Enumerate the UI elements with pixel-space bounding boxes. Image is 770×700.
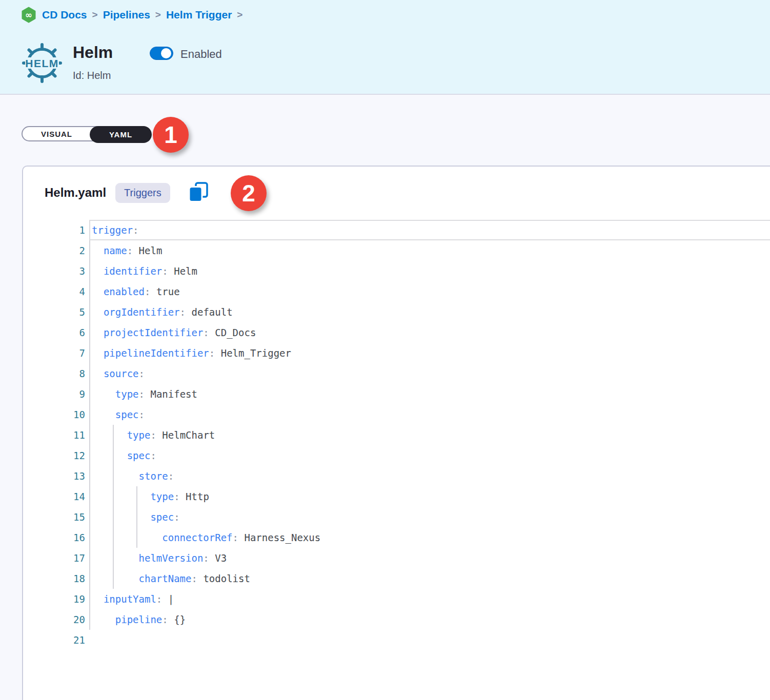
page-title: Helm: [73, 43, 113, 62]
helm-wheel-logo-icon: HELM: [22, 41, 63, 87]
line-number: 19: [23, 589, 89, 609]
code-text: type: Manifest: [89, 384, 770, 404]
triggers-tag[interactable]: Triggers: [115, 183, 170, 203]
tab-yaml[interactable]: YAML: [90, 126, 152, 143]
code-line[interactable]: 1trigger:: [23, 220, 770, 240]
code-text: type: HelmChart: [89, 425, 770, 445]
code-text: identifier: Helm: [89, 261, 770, 281]
copy-icon[interactable]: [189, 182, 209, 203]
code-text: store:: [89, 466, 770, 486]
code-line[interactable]: 13 store:: [23, 466, 770, 486]
line-number: 1: [23, 220, 89, 240]
code-line[interactable]: 17 helmVersion: V3: [23, 548, 770, 568]
code-text: [89, 630, 770, 650]
breadcrumb-item-pipeline[interactable]: Helm Trigger: [166, 9, 232, 21]
code-text: spec:: [89, 404, 770, 425]
code-line[interactable]: 7 pipelineIdentifier: Helm_Trigger: [23, 343, 770, 363]
breadcrumb-separator: >: [92, 9, 98, 20]
line-number: 9: [23, 384, 89, 404]
code-text: pipelineIdentifier: Helm_Trigger: [89, 343, 770, 363]
yaml-editor[interactable]: 1trigger:2 name: Helm3 identifier: Helm4…: [23, 220, 770, 700]
code-text: enabled: true: [89, 281, 770, 302]
code-text: trigger:: [89, 220, 770, 240]
line-number: 17: [23, 548, 89, 568]
code-text: chartName: todolist: [89, 568, 770, 589]
code-text: spec:: [89, 507, 770, 527]
code-line[interactable]: 4 enabled: true: [23, 281, 770, 302]
breadcrumb: ∞ CD Docs > Pipelines > Helm Trigger >: [21, 6, 242, 24]
yaml-file-name: Helm.yaml: [45, 186, 106, 200]
toggle-knob: [161, 48, 171, 58]
breadcrumb-item-pipelines[interactable]: Pipelines: [103, 9, 150, 21]
code-line[interactable]: 6 projectIdentifier: CD_Docs: [23, 322, 770, 343]
code-line[interactable]: 5 orgIdentifier: default: [23, 302, 770, 322]
cd-module-infinity-icon: ∞: [21, 7, 37, 23]
code-line[interactable]: 10 spec:: [23, 404, 770, 425]
code-text: inputYaml: |: [89, 589, 770, 609]
code-line[interactable]: 8 source:: [23, 363, 770, 384]
yaml-lines: 1trigger:2 name: Helm3 identifier: Helm4…: [23, 220, 770, 650]
code-text: helmVersion: V3: [89, 548, 770, 568]
code-line[interactable]: 2 name: Helm: [23, 240, 770, 261]
code-line[interactable]: 14 type: Http: [23, 486, 770, 507]
line-number: 13: [23, 466, 89, 486]
line-number: 7: [23, 343, 89, 363]
tab-visual[interactable]: VISUAL: [23, 127, 91, 141]
trigger-id-text: Id: Helm: [73, 70, 111, 81]
line-number: 21: [23, 630, 89, 650]
svg-text:HELM: HELM: [25, 57, 59, 69]
code-text: spec:: [89, 445, 770, 466]
code-line[interactable]: 11 type: HelmChart: [23, 425, 770, 445]
line-number: 8: [23, 363, 89, 384]
code-line[interactable]: 20 pipeline: {}: [23, 609, 770, 630]
code-text: name: Helm: [89, 240, 770, 261]
code-line[interactable]: 16 connectorRef: Harness_Nexus: [23, 527, 770, 548]
line-number: 18: [23, 568, 89, 589]
breadcrumb-separator: >: [155, 9, 161, 20]
code-text: connectorRef: Harness_Nexus: [89, 527, 770, 548]
code-text: orgIdentifier: default: [89, 302, 770, 322]
yaml-panel: Helm.yaml Triggers 1trigger:2 name: Helm…: [22, 166, 770, 700]
code-line[interactable]: 21: [23, 630, 770, 650]
line-number: 15: [23, 507, 89, 527]
line-number: 14: [23, 486, 89, 507]
line-number: 16: [23, 527, 89, 548]
line-number: 5: [23, 302, 89, 322]
line-number: 6: [23, 322, 89, 343]
code-line[interactable]: 12 spec:: [23, 445, 770, 466]
code-line[interactable]: 15 spec:: [23, 507, 770, 527]
code-line[interactable]: 18 chartName: todolist: [23, 568, 770, 589]
enabled-toggle-label: Enabled: [180, 48, 222, 61]
yaml-panel-header: Helm.yaml Triggers: [45, 181, 209, 204]
code-text: source:: [89, 363, 770, 384]
breadcrumb-item-project[interactable]: CD Docs: [42, 9, 87, 21]
line-number: 3: [23, 261, 89, 281]
line-number: 4: [23, 281, 89, 302]
page-header: ∞ CD Docs > Pipelines > Helm Trigger > H…: [0, 0, 770, 95]
line-number: 10: [23, 404, 89, 425]
line-number: 20: [23, 609, 89, 630]
code-text: type: Http: [89, 486, 770, 507]
code-line[interactable]: 9 type: Manifest: [23, 384, 770, 404]
code-line[interactable]: 19 inputYaml: |: [23, 589, 770, 609]
code-text: projectIdentifier: CD_Docs: [89, 322, 770, 343]
code-text: pipeline: {}: [89, 609, 770, 630]
annotation-step-1-badge: 1: [153, 117, 189, 153]
visual-yaml-switch: VISUAL YAML: [22, 126, 150, 141]
line-number: 2: [23, 240, 89, 261]
line-number: 11: [23, 425, 89, 445]
annotation-step-2-badge: 2: [231, 175, 267, 211]
line-number: 12: [23, 445, 89, 466]
svg-text:∞: ∞: [25, 10, 32, 20]
code-line[interactable]: 3 identifier: Helm: [23, 261, 770, 281]
enabled-toggle[interactable]: [150, 47, 173, 60]
breadcrumb-separator: >: [237, 9, 242, 20]
